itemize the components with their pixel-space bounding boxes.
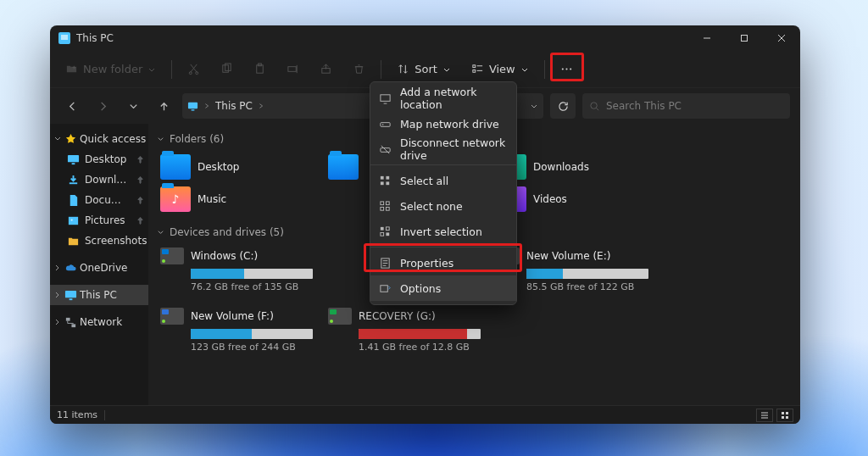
- paste-button[interactable]: [248, 59, 271, 79]
- folder-item-music[interactable]: Music: [160, 186, 313, 212]
- svg-rect-19: [70, 182, 77, 184]
- disconnect-drive-icon: [379, 143, 392, 156]
- map-drive-icon: [379, 118, 392, 131]
- menu-item-select-all[interactable]: Select all: [370, 168, 516, 193]
- sidebar-item-label: Downloads: [85, 174, 131, 186]
- storage-bar: [191, 269, 313, 279]
- svg-rect-35: [386, 175, 389, 179]
- share-icon: [320, 63, 332, 75]
- breadcrumb-segment[interactable]: This PC: [215, 100, 253, 112]
- svg-rect-31: [381, 122, 390, 126]
- network-location-icon: [379, 92, 392, 105]
- select-none-icon: [379, 200, 392, 213]
- svg-rect-39: [386, 201, 389, 204]
- paste-icon: [253, 63, 266, 75]
- menu-item-select-none[interactable]: Select none: [370, 193, 516, 219]
- up-button[interactable]: [152, 94, 175, 118]
- sidebar-item-quick-access[interactable]: Quick access: [50, 129, 148, 149]
- svg-rect-15: [192, 109, 195, 110]
- drive-item-f[interactable]: New Volume (F:) 123 GB free of 244 GB: [160, 308, 313, 353]
- menu-item-label: Map network drive: [400, 118, 499, 131]
- search-input[interactable]: Search This PC: [582, 93, 790, 119]
- drive-name: Windows (C:): [191, 250, 258, 262]
- storage-bar: [191, 329, 313, 339]
- share-button[interactable]: [314, 59, 337, 79]
- drive-free: 76.2 GB free of 135 GB: [191, 281, 313, 292]
- sidebar-item-downloads[interactable]: Downloads: [50, 170, 148, 190]
- sidebar-item-documents[interactable]: Documents: [50, 190, 148, 210]
- sidebar-item-label: Quick access: [80, 133, 148, 145]
- close-button[interactable]: [763, 25, 800, 51]
- folder-label: Music: [198, 193, 226, 205]
- menu-item-label: Select all: [400, 175, 448, 187]
- svg-rect-44: [381, 232, 384, 236]
- view-label: View: [489, 63, 515, 75]
- menu-item-add-network-location[interactable]: Add a network location: [370, 86, 516, 111]
- drive-item-c[interactable]: Windows (C:) 76.2 GB free of 135 GB: [160, 247, 313, 292]
- svg-rect-34: [381, 175, 384, 179]
- storage-bar: [526, 269, 648, 279]
- menu-item-map-network-drive[interactable]: Map network drive: [370, 111, 516, 136]
- svg-rect-22: [65, 290, 76, 297]
- copy-button[interactable]: [215, 59, 238, 79]
- recent-locations-button[interactable]: [121, 94, 145, 118]
- back-button[interactable]: [60, 94, 84, 118]
- folder-item-desktop[interactable]: Desktop: [160, 154, 313, 180]
- rename-icon: [287, 63, 299, 75]
- svg-point-16: [591, 102, 597, 108]
- svg-rect-14: [188, 102, 198, 108]
- folder-item-videos[interactable]: Videos: [496, 186, 648, 212]
- svg-rect-47: [381, 285, 387, 292]
- svg-rect-36: [381, 181, 384, 185]
- refresh-button[interactable]: [550, 93, 576, 119]
- drive-item-g[interactable]: RECOVERY (G:) 1.41 GB free of 12.8 GB: [328, 308, 481, 353]
- sidebar-item-this-pc[interactable]: This PC: [50, 285, 148, 305]
- cut-button[interactable]: [182, 59, 205, 79]
- pin-icon: [136, 155, 145, 164]
- large-icons-view-button[interactable]: [776, 409, 793, 422]
- minimize-button[interactable]: [688, 25, 726, 51]
- desktop-icon: [67, 153, 80, 166]
- sort-button[interactable]: Sort: [392, 59, 456, 79]
- sidebar-item-screenshots[interactable]: Screenshots: [50, 231, 148, 251]
- more-button[interactable]: [555, 59, 578, 79]
- network-icon: [64, 316, 77, 329]
- menu-item-label: Add a network location: [400, 86, 508, 111]
- sort-icon: [397, 63, 409, 75]
- sidebar-item-label: Desktop: [85, 153, 131, 165]
- svg-rect-28: [782, 416, 784, 419]
- highlight-annotation: [550, 53, 584, 81]
- svg-rect-26: [782, 412, 784, 414]
- sort-label: Sort: [415, 63, 437, 75]
- view-button[interactable]: View: [466, 59, 534, 79]
- folder-item-downloads[interactable]: Downloads: [496, 154, 648, 180]
- rename-button[interactable]: [281, 59, 304, 79]
- drive-free: 123 GB free of 244 GB: [191, 342, 313, 353]
- sidebar-item-network[interactable]: Network: [50, 312, 148, 332]
- svg-rect-42: [381, 226, 384, 230]
- delete-button[interactable]: [348, 59, 370, 79]
- sidebar-item-desktop[interactable]: Desktop: [50, 149, 148, 170]
- svg-rect-24: [66, 317, 70, 320]
- sidebar-item-pictures[interactable]: Pictures: [50, 210, 148, 231]
- details-view-button[interactable]: [756, 409, 773, 422]
- new-folder-button[interactable]: New folder: [60, 59, 161, 79]
- chevron-down-icon[interactable]: [530, 102, 538, 110]
- forward-button[interactable]: [91, 94, 114, 118]
- menu-item-disconnect-network-drive[interactable]: Disconnect network drive: [370, 136, 516, 162]
- sidebar-item-onedrive[interactable]: OneDrive: [50, 258, 148, 278]
- svg-point-21: [71, 219, 73, 220]
- svg-point-32: [382, 124, 384, 125]
- music-folder-icon: [160, 186, 191, 212]
- folder-icon: [160, 154, 191, 180]
- menu-item-invert-selection[interactable]: Invert selection: [370, 219, 516, 244]
- window-title: This PC: [76, 32, 114, 44]
- documents-icon: [67, 194, 80, 207]
- drive-name: New Volume (E:): [526, 250, 610, 262]
- drive-icon: [328, 308, 352, 325]
- menu-item-options[interactable]: Options: [370, 275, 516, 301]
- svg-rect-41: [386, 207, 389, 210]
- svg-rect-37: [386, 181, 389, 185]
- drive-icon: [160, 247, 184, 264]
- maximize-button[interactable]: [726, 25, 763, 51]
